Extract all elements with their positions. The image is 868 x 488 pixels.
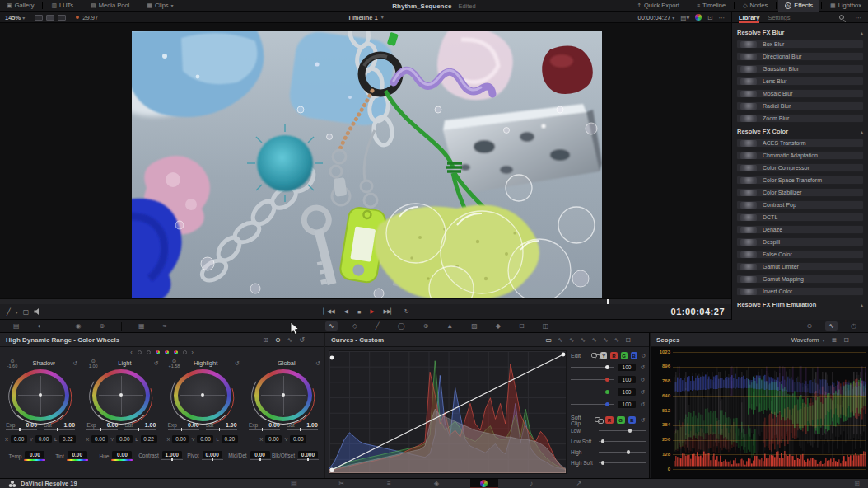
fx-item-false-color[interactable]: False Color bbox=[736, 250, 864, 259]
fx-item-zoom-blur[interactable]: Zoom Blur bbox=[736, 114, 864, 123]
reset-icon[interactable]: ↺ bbox=[641, 353, 646, 359]
palette-options-icon[interactable]: ⋯ bbox=[311, 336, 318, 344]
viewer-options-icon[interactable]: ⋯ bbox=[719, 14, 726, 21]
curve-gain-slider-3[interactable]: 100↺ bbox=[571, 398, 646, 411]
wheel-page-dot-3[interactable] bbox=[165, 350, 169, 354]
curves-icon[interactable]: ∿ bbox=[325, 321, 338, 331]
channel-button-g[interactable]: G bbox=[621, 352, 628, 359]
camera-raw-icon[interactable]: ▤ bbox=[10, 321, 23, 331]
curve-hue-vs-lum-icon[interactable]: ∿ bbox=[580, 336, 586, 344]
transport-stop-button[interactable]: ■ bbox=[357, 309, 360, 315]
page-tab-cut[interactable]: ✂ bbox=[328, 479, 356, 488]
fx-item-gamut-mapping[interactable]: Gamut Mapping bbox=[736, 274, 864, 284]
control-pivot[interactable]: Pivot0.000 bbox=[183, 451, 227, 460]
transport-loop-button[interactable]: ↻ bbox=[404, 308, 408, 315]
control-contrast[interactable]: Contrast1.000 bbox=[138, 451, 183, 460]
magic-mask-icon[interactable]: ▲ bbox=[443, 321, 456, 331]
curves-options-icon[interactable]: ⋯ bbox=[637, 336, 643, 344]
fx-section-header-resolve-fx-blur[interactable]: Resolve FX Blur▴ bbox=[737, 27, 863, 37]
tracker-icon[interactable]: ⊕ bbox=[420, 321, 432, 331]
wheels-view-icon[interactable]: ⊙ bbox=[275, 336, 281, 344]
sizing-icon[interactable]: ⊡ bbox=[516, 321, 528, 331]
reset-icon[interactable]: ↺ bbox=[639, 401, 646, 408]
wheel-page-dot-2[interactable] bbox=[156, 350, 160, 354]
wheel-center-handle[interactable] bbox=[201, 393, 204, 396]
curves-expand-icon[interactable]: ⊡ bbox=[625, 336, 631, 344]
transport-go-to-end-button[interactable]: ▶▶▏ bbox=[384, 308, 394, 315]
fx-item-contrast-pop[interactable]: Contrast Pop bbox=[736, 200, 864, 209]
fx-item-despill[interactable]: Despill bbox=[736, 237, 864, 246]
curve-editor[interactable] bbox=[329, 350, 567, 474]
reset-icon[interactable]: ↺ bbox=[639, 417, 646, 424]
fx-item-lens-blur[interactable]: Lens Blur bbox=[736, 77, 864, 86]
link-channels-icon[interactable] bbox=[591, 353, 597, 359]
topbar-button-quick-export[interactable]: ↥Quick Export bbox=[630, 0, 686, 12]
page-tab-fusion[interactable]: ◈ bbox=[422, 479, 450, 488]
topbar-button-nodes[interactable]: ◇Nodes bbox=[736, 0, 774, 12]
page-tab-deliver[interactable]: ↗ bbox=[565, 479, 593, 488]
wheel-center-handle[interactable] bbox=[282, 393, 285, 396]
page-tab-fairlight[interactable]: ♪ bbox=[517, 479, 545, 488]
control-temp[interactable]: Temp0.00 bbox=[5, 451, 49, 461]
color-wheel-shadow[interactable] bbox=[12, 369, 69, 421]
fx-item-invert-color[interactable]: Invert Color bbox=[736, 287, 864, 296]
softclip-slider-high-soft[interactable]: High Soft bbox=[571, 458, 646, 468]
fx-item-mosaic-blur[interactable]: Mosaic Blur bbox=[736, 89, 864, 98]
reset-icon[interactable]: ↺ bbox=[228, 360, 240, 367]
curve-lum-vs-sat-icon[interactable]: ∿ bbox=[591, 336, 597, 344]
curve-gain-slider-2[interactable]: 100↺ bbox=[571, 386, 646, 398]
blur-icon[interactable]: ▨ bbox=[468, 321, 481, 331]
scope-settings-icon[interactable]: ≣ bbox=[832, 336, 838, 344]
tab-settings[interactable]: Settings bbox=[768, 12, 790, 23]
timeline-scrub-bar[interactable] bbox=[0, 298, 731, 304]
fx-item-color-compressor[interactable]: Color Compressor bbox=[736, 163, 864, 172]
timeline-select[interactable]: Timeline 1 bbox=[348, 14, 378, 21]
graph-view-icon[interactable]: ∿ bbox=[287, 336, 293, 344]
curve-hue-vs-sat-icon[interactable]: ∿ bbox=[569, 336, 575, 344]
clip-still-icon[interactable]: ▤▾ bbox=[680, 14, 689, 21]
fx-item-dctl[interactable]: DCTL bbox=[736, 213, 864, 222]
fx-item-directional-blur[interactable]: Directional Blur bbox=[736, 52, 864, 61]
curve-sat-vs-lum-icon[interactable]: ∿ bbox=[614, 336, 620, 344]
reset-palette-icon[interactable]: ↺ bbox=[299, 336, 305, 344]
color-viewer-icon[interactable] bbox=[695, 14, 702, 21]
reset-icon[interactable]: ↺ bbox=[639, 364, 646, 371]
viewer-timecode[interactable]: 00:00:04:27 ▾ bbox=[638, 14, 675, 21]
split-viewer-icon[interactable] bbox=[46, 15, 54, 21]
topbar-button-effects[interactable]: fxEffects bbox=[778, 0, 819, 12]
transport-go-to-start-button[interactable]: ▏◀◀ bbox=[323, 308, 334, 315]
channel-button-r[interactable]: R bbox=[610, 352, 617, 359]
reset-icon[interactable]: ↺ bbox=[309, 360, 320, 367]
reset-icon[interactable]: ↺ bbox=[639, 377, 646, 383]
tab-library[interactable]: Library bbox=[739, 12, 759, 23]
power-window-icon[interactable]: ◯ bbox=[394, 321, 408, 331]
reset-icon[interactable]: ↺ bbox=[147, 360, 159, 367]
bypass-icon[interactable]: ⊙ bbox=[804, 321, 816, 331]
softclip-channel-r[interactable]: R bbox=[605, 416, 614, 424]
fx-item-dehaze[interactable]: Dehaze bbox=[736, 225, 864, 234]
topbar-button-lightbox[interactable]: ▦Lightbox bbox=[824, 0, 868, 12]
topbar-button-timeline[interactable]: ≡Timeline bbox=[690, 0, 732, 12]
scope-options-icon[interactable]: ⋯ bbox=[856, 336, 862, 344]
color-match-icon[interactable]: ◐ bbox=[35, 321, 45, 331]
curve-sat-vs-sat-icon[interactable]: ∿ bbox=[603, 336, 609, 344]
page-tab-media[interactable]: ▤ bbox=[280, 479, 308, 488]
fx-item-gamut-limiter[interactable]: Gamut Limiter bbox=[736, 262, 864, 271]
control-blk-offset[interactable]: Blk/Offset0.000 bbox=[272, 451, 319, 460]
project-manager-icon[interactable]: ⊞ bbox=[854, 480, 868, 487]
single-viewer-icon[interactable] bbox=[35, 15, 43, 21]
wheel-pagination[interactable]: ‹› bbox=[0, 347, 324, 358]
topbar-button-clips[interactable]: ▦Clips▾ bbox=[140, 0, 180, 12]
curve-hue-vs-hue-icon[interactable]: ∿ bbox=[558, 336, 563, 344]
fx-section-header-resolve-fx-color[interactable]: Resolve FX Color▴ bbox=[737, 126, 863, 136]
channel-button-b[interactable]: B bbox=[631, 352, 637, 359]
key-icon[interactable]: ◆ bbox=[492, 321, 504, 331]
channel-button-y[interactable]: Y bbox=[600, 352, 607, 359]
transport-step-back-button[interactable]: ◀ bbox=[344, 308, 348, 315]
wheel-page-dot-4[interactable] bbox=[174, 350, 178, 354]
stereo-3d-icon[interactable]: ◫ bbox=[539, 321, 553, 331]
topbar-button-gallery[interactable]: ▣Gallery bbox=[0, 0, 40, 12]
fx-section-header-resolve-fx-film-emulation[interactable]: Resolve FX Film Emulation▴ bbox=[737, 299, 863, 309]
effects-options-icon[interactable]: ⋯ bbox=[856, 14, 862, 21]
scopes-toggle-icon[interactable]: ∿ bbox=[825, 321, 838, 331]
